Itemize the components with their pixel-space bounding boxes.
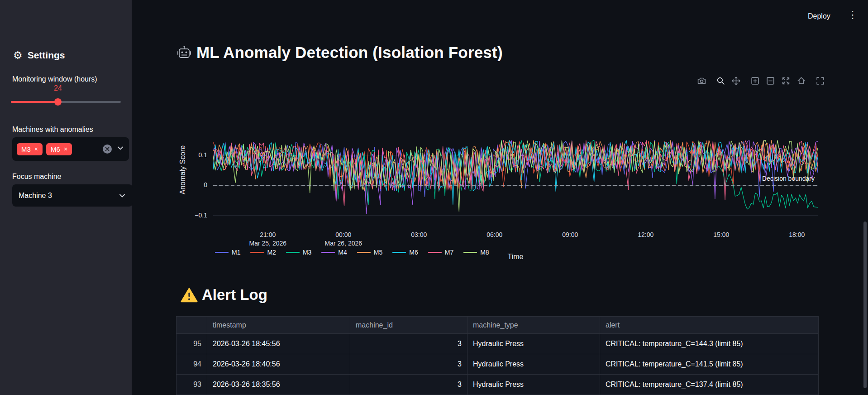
table-cell: Hydraulic Press: [467, 334, 600, 354]
table-cell: 3: [350, 375, 467, 395]
legend-item-M3[interactable]: M3: [286, 249, 311, 256]
table-header-cell: timestamp: [207, 317, 350, 334]
chart-legend: M1M2M3M4M5M6M7M8: [215, 249, 489, 256]
chip-label: M6: [51, 145, 60, 153]
x-axis-title: Time: [493, 253, 538, 261]
modebar-pan-icon[interactable]: [731, 76, 741, 86]
legend-swatch: [357, 252, 371, 253]
selected-chip[interactable]: M3×: [17, 143, 43, 155]
legend-label: M5: [374, 249, 382, 256]
monitoring-slider[interactable]: [11, 98, 121, 106]
modebar-zoom-in-icon[interactable]: [750, 76, 760, 86]
monitoring-window-label: Monitoring window (hours): [12, 75, 97, 83]
legend-item-M6[interactable]: M6: [392, 249, 418, 256]
gear-icon: ⚙: [13, 50, 23, 61]
slider-thumb[interactable]: [54, 98, 62, 106]
chart-modebar: [697, 76, 825, 86]
legend-label: M7: [445, 249, 453, 256]
table-cell: 95: [176, 334, 207, 354]
table-row[interactable]: 932026-03-26 18:35:563Hydraulic PressCRI…: [176, 375, 819, 395]
focus-machine-label: Focus machine: [12, 173, 62, 181]
sidebar: ⚙ Settings Monitoring window (hours) 24 …: [0, 0, 132, 395]
legend-item-M4[interactable]: M4: [321, 249, 347, 256]
x-tick-label: 15:00: [696, 231, 746, 238]
table-cell: 2026-03-26 18:45:56: [207, 334, 350, 354]
legend-label: M3: [303, 249, 311, 256]
table-cell: CRITICAL: temperature_C=144.3 (limit 85): [600, 334, 819, 354]
legend-item-M7[interactable]: M7: [428, 249, 453, 256]
table-cell: 3: [350, 334, 467, 354]
focus-machine-select[interactable]: Machine 3: [12, 184, 133, 207]
table-cell: CRITICAL: temperature_C=137.4 (limit 85): [600, 375, 819, 395]
modebar-fullscreen-icon[interactable]: [816, 76, 825, 86]
legend-swatch: [321, 252, 335, 253]
x-tick-label: 09:00: [545, 231, 595, 238]
settings-title: Settings: [28, 50, 65, 61]
table-header-cell: machine_id: [350, 317, 467, 334]
legend-item-M5[interactable]: M5: [357, 249, 382, 256]
legend-label: M4: [338, 249, 347, 256]
x-tick-label: 06:00: [470, 231, 520, 238]
clear-all-icon[interactable]: [103, 145, 112, 154]
legend-swatch: [392, 252, 406, 253]
legend-item-M2[interactable]: M2: [250, 249, 276, 256]
alert-table[interactable]: timestampmachine_idmachine_typealert9520…: [176, 316, 819, 395]
legend-swatch: [250, 252, 264, 253]
x-tick-label: 12:00: [621, 231, 671, 238]
x-tick-sublabel: Mar 25, 2026: [243, 240, 293, 247]
legend-item-M8[interactable]: M8: [463, 249, 489, 256]
decision-boundary-label: Decision boundary: [706, 175, 815, 182]
modebar-zoom-out-icon[interactable]: [766, 76, 775, 86]
focus-machine-value: Machine 3: [19, 192, 52, 200]
table-row[interactable]: 942026-03-26 18:40:563Hydraulic PressCRI…: [176, 354, 819, 375]
chips-container: M3×M6×: [17, 143, 72, 155]
machines-multiselect[interactable]: M3×M6×: [12, 137, 129, 161]
y-tick-label: 0.1: [182, 151, 207, 159]
chip-remove-icon[interactable]: ×: [34, 146, 38, 152]
chip-remove-icon[interactable]: ×: [64, 146, 67, 152]
legend-label: M8: [480, 249, 489, 256]
scrollbar-thumb[interactable]: [863, 222, 867, 388]
legend-swatch: [463, 252, 477, 253]
modebar-autoscale-icon[interactable]: [781, 76, 791, 86]
series-line-M2: [213, 140, 818, 200]
chip-label: M3: [21, 145, 31, 153]
legend-item-M1[interactable]: M1: [215, 249, 240, 256]
modebar-reset-icon[interactable]: [796, 76, 806, 86]
legend-label: M1: [232, 249, 240, 256]
x-tick-label: 00:00: [319, 231, 368, 238]
table-cell: 94: [176, 354, 207, 375]
page-title: ML Anomaly Detection (Isolation Forest): [196, 43, 503, 62]
slider-fill: [11, 101, 58, 103]
deploy-button[interactable]: Deploy: [808, 12, 830, 20]
table-header-row: timestampmachine_idmachine_typealert: [176, 317, 819, 334]
x-tick-sublabel: Mar 26, 2026: [319, 240, 368, 247]
chevron-down-icon[interactable]: [118, 192, 126, 200]
machines-label: Machines with anomalies: [12, 125, 93, 134]
legend-swatch: [428, 252, 442, 253]
legend-label: M6: [409, 249, 418, 256]
legend-swatch: [215, 252, 229, 253]
modebar-zoom-icon[interactable]: [716, 76, 725, 86]
warning-icon: [181, 287, 198, 305]
table-cell: 93: [176, 375, 207, 395]
selected-chip[interactable]: M6×: [46, 143, 72, 155]
table-cell: 3: [350, 354, 467, 375]
chevron-down-icon[interactable]: [116, 144, 124, 154]
table-row[interactable]: 952026-03-26 18:45:563Hydraulic PressCRI…: [176, 334, 819, 354]
settings-header: ⚙ Settings: [13, 50, 65, 61]
y-tick-label: −0.1: [182, 212, 207, 219]
table-header-cell: alert: [600, 317, 819, 334]
table-cell: 2026-03-26 18:40:56: [207, 354, 350, 375]
table-cell: 2026-03-26 18:35:56: [207, 375, 350, 395]
table-header-cell: [176, 317, 207, 334]
anomaly-chart[interactable]: [213, 129, 818, 220]
table-cell: CRITICAL: temperature_C=141.5 (limit 85): [600, 354, 819, 375]
robot-icon: [176, 45, 192, 63]
table-cell: Hydraulic Press: [467, 375, 600, 395]
x-tick-label: 03:00: [394, 231, 444, 238]
series-line-M7: [213, 140, 818, 206]
legend-label: M2: [267, 249, 276, 256]
kebab-menu-icon[interactable]: ⋮: [847, 9, 858, 21]
modebar-camera-icon[interactable]: [697, 76, 706, 86]
